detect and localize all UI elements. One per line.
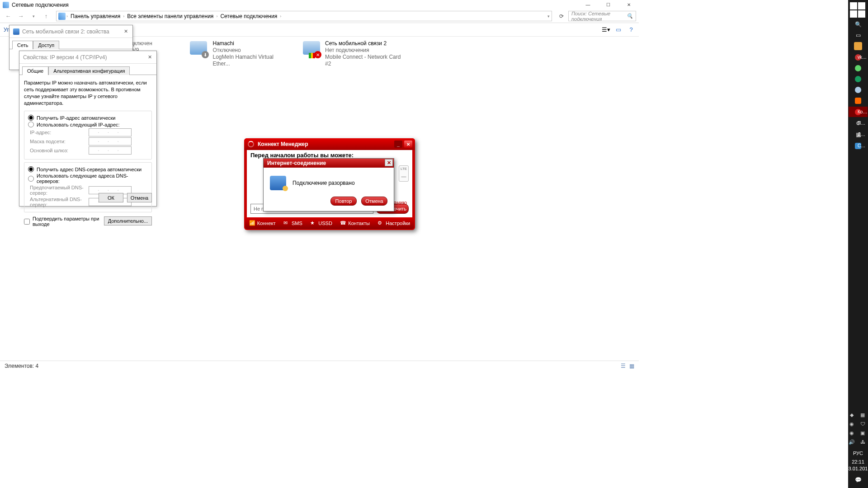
radio-manual-ip[interactable]: Использовать следующий IP-адрес: [28,122,148,127]
tab-access[interactable]: Доступ [33,41,59,49]
language-indicator[interactable]: РУС [853,450,863,456]
taskbar-app[interactable] [849,63,868,73]
close-button[interactable]: ✕ [385,159,393,166]
network-tray-icon[interactable]: 🖧 [859,438,867,446]
chevron-right-icon: › [123,14,124,19]
cm-bottom-nav: 📶Коннект ✉SMS ★USSD ☎Контакты ⚙Настройки [245,217,414,229]
connection-item[interactable]: ✕ Сеть мобильной связи 2 Нет подключения… [303,40,402,67]
notifications-button[interactable]: 💬 [852,474,864,485]
nav-contacts[interactable]: ☎Контакты [340,220,370,226]
dns-group: Получить адрес DNS-сервера автоматически… [24,162,152,212]
taskbar-app-steam[interactable] [849,85,868,95]
nav-row: ← → ▾ ↑ › Панель управления › Все элемен… [0,9,639,23]
search-button[interactable]: 🔍 [849,19,868,29]
taskbar: 🔍 ▭ vk.c... Кон... ⚙Пар... ▦Диаг... Сете… [848,0,868,488]
nav-connect[interactable]: 📶Коннект [249,220,276,226]
radio-manual-ip-input[interactable] [28,122,34,127]
ipv4-buttons: ОК Отмена [99,193,152,202]
cm-title-text: Коннект Менеджер [258,141,308,147]
connection-name: Сеть мобильной связи 2 [325,40,402,47]
radio-manual-dns-input[interactable] [28,176,34,182]
radio-auto-ip-label: Получить IP-адрес автоматически [37,115,115,121]
crumb-2[interactable]: Сетевые подключения [218,13,279,19]
task-view-button[interactable]: ▭ [849,30,868,40]
refresh-button[interactable]: ⟳ [557,11,566,21]
recent-dropdown[interactable]: ▾ [28,11,39,22]
taskbar-app-diag[interactable]: ▦Диаг... [849,129,868,140]
view-button[interactable]: ☰▾ [602,26,610,34]
crumb-0[interactable]: Панель управления [69,13,122,19]
confirm-checkbox[interactable] [24,219,30,225]
confirm-checkbox-row[interactable]: Подтвердить параметры при выходе Дополни… [24,216,152,227]
details-view-icon[interactable]: ☰ [621,363,626,369]
back-button[interactable]: ← [3,11,14,22]
taskbar-app[interactable] [849,96,868,106]
radio-auto-dns-input[interactable] [28,166,34,172]
close-button[interactable]: ✕ [618,0,639,9]
tray-usb-icon[interactable]: ▣ [859,429,867,437]
ipv4-title-text: Свойства: IP версии 4 (TCP/IPv4) [23,54,107,61]
minimize-button[interactable]: _ [394,141,402,148]
modal-titlebar[interactable]: Интернет-соединение ✕ [264,159,394,168]
nav-ussd[interactable]: ★USSD [310,220,332,226]
connection-error-dialog: Интернет-соединение ✕ Подключение разорв… [263,158,394,211]
connection-item[interactable]: ⬇ Hamachi Отключено LogMeIn Hamachi Virt… [190,40,289,67]
search-input[interactable]: Поиск: Сетевые подключения 🔍 [568,11,636,21]
taskbar-app-network[interactable]: Сете... [849,141,868,151]
breadcrumb[interactable]: › Панель управления › Все элементы панел… [56,11,552,21]
clock[interactable]: 22:11 03.01.2019 [845,459,868,472]
tab-network[interactable]: Сеть [12,41,33,49]
properties-tabs: Сеть Доступ [9,38,132,49]
path-icon [58,13,66,20]
crumb-1[interactable]: Все элементы панели управления [125,13,215,19]
tab-general[interactable]: Общие [22,66,48,75]
retry-button[interactable]: Повтор [330,197,357,206]
large-icons-view-icon[interactable]: ▦ [629,363,634,369]
nav-settings[interactable]: ⚙Настройки [377,220,410,226]
advanced-button[interactable]: Дополнительно... [104,216,152,225]
volume-icon[interactable]: 🔊 [848,438,856,446]
ip-input: . . . [89,128,132,136]
explorer-title: Сетевые подключения [12,2,69,8]
history-dropdown-icon[interactable]: ▾ [547,14,550,19]
tray-chrome-icon[interactable]: ◉ [848,429,856,437]
taskbar-app-vk[interactable]: vk.c... [849,52,868,62]
maximize-button[interactable]: ☐ [598,0,618,9]
taskbar-app[interactable] [849,74,868,84]
tray-icon[interactable]: ▦ [859,411,867,419]
radio-manual-dns-label: Использовать следующие адреса DNS-сервер… [37,173,148,184]
signal-icon: 📶 [249,220,255,226]
nav-sms[interactable]: ✉SMS [283,220,302,226]
cm-heading: Перед началом работы вы можете: [250,152,409,159]
modal-buttons: Повтор Отмена [264,195,394,211]
preview-pane-button[interactable]: ▭ [614,26,623,34]
cancel-button[interactable]: Отмена [361,197,387,206]
taskbar-app-connect-manager[interactable]: Кон... [849,107,868,117]
cm-titlebar[interactable]: Коннект Менеджер _ ✕ [244,138,415,150]
start-button[interactable] [849,1,868,19]
cancel-button[interactable]: Отмена [127,193,152,202]
tray-icon[interactable]: ◆ [848,411,856,419]
close-button[interactable]: ✕ [121,27,131,35]
radio-auto-dns[interactable]: Получить адрес DNS-сервера автоматически [28,166,148,172]
tray-icon[interactable]: ◉ [848,420,856,428]
minimize-button[interactable]: — [578,0,598,9]
radio-auto-ip[interactable]: Получить IP-адрес автоматически [28,115,148,121]
taskbar-app-params[interactable]: ⚙Пар... [849,118,868,128]
forward-button[interactable]: → [15,11,26,22]
close-button[interactable]: ✕ [145,53,155,61]
spinner-icon [248,141,254,147]
lte-badge: LTE — [399,165,409,182]
radio-manual-dns[interactable]: Использовать следующие адреса DNS-сервер… [28,173,148,184]
close-button[interactable]: ✕ [404,141,412,148]
radio-auto-ip-input[interactable] [28,115,34,121]
ipv4-info: Параметры IP можно назначать автоматичес… [24,80,152,106]
tray-shield-icon[interactable]: 🛡 [859,420,867,428]
up-button[interactable]: ↑ [41,11,52,22]
ok-button[interactable]: ОК [99,193,123,202]
radio-manual-ip-label: Использовать следующий IP-адрес: [37,122,120,127]
tab-alternate[interactable]: Альтернативная конфигурация [48,66,130,75]
disabled-badge-icon: ⬇ [202,51,209,58]
file-explorer-taskbar[interactable] [849,41,868,51]
help-button[interactable]: ? [627,26,635,34]
